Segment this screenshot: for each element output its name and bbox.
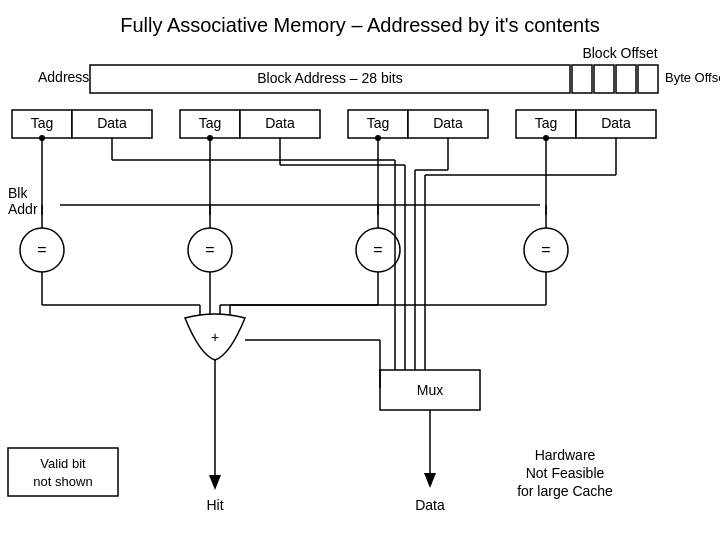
main-container: Fully Associative Memory – Addressed by … [0,0,720,540]
tag4-label: Tag [535,115,558,131]
blk-addr-label2: Addr [8,201,38,217]
comparator3-symbol: = [373,241,382,258]
or-gate-symbol: + [211,329,219,345]
address-label: Address [38,69,89,85]
data1-label: Data [97,115,127,131]
tag1-label: Tag [31,115,54,131]
valid-bit-line2: not shown [33,474,92,489]
blk-addr-label: Blk [8,185,28,201]
hardware-note-line1: Hardware [535,447,596,463]
block-offset-label: Block Offset [582,45,657,61]
svg-rect-1 [594,65,614,93]
diagram: Fully Associative Memory – Addressed by … [0,0,720,540]
comparator4-symbol: = [541,241,550,258]
data4-label: Data [601,115,631,131]
valid-bit-line1: Valid bit [40,456,86,471]
svg-rect-3 [638,65,658,93]
data-out-label: Data [415,497,445,513]
hit-arrow [209,475,221,490]
svg-rect-2 [616,65,636,93]
block-address-label: Block Address – 28 bits [257,70,403,86]
mux-label: Mux [417,382,443,398]
data2-label: Data [265,115,295,131]
mux-out-arrow [424,473,436,488]
byte-offset-label: Byte Offset [665,70,720,85]
title: Fully Associative Memory – Addressed by … [120,14,600,36]
tag2-label: Tag [199,115,222,131]
hit-label: Hit [206,497,223,513]
comparator1-symbol: = [37,241,46,258]
comparator2-symbol: = [205,241,214,258]
hardware-note-line3: for large Cache [517,483,613,499]
hardware-note-line2: Not Feasible [526,465,605,481]
data3-label: Data [433,115,463,131]
tag3-label: Tag [367,115,390,131]
svg-rect-0 [572,65,592,93]
